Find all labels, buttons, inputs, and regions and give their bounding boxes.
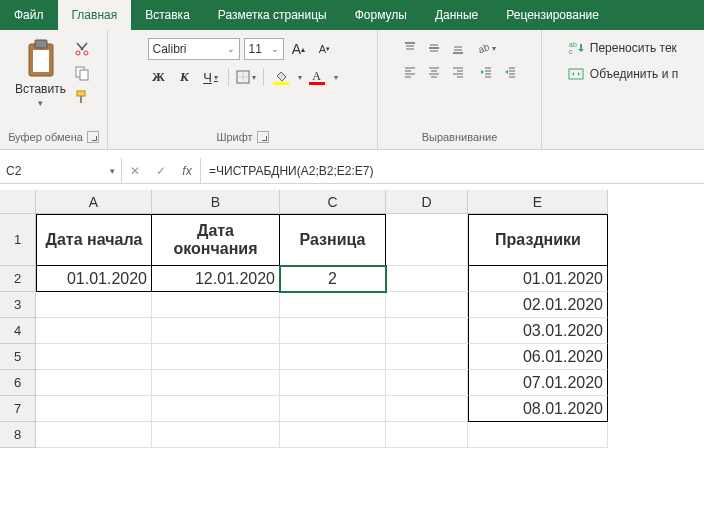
tab-home[interactable]: Главная (58, 0, 132, 30)
underline-button[interactable]: Ч▾ (200, 66, 222, 88)
cell-C1[interactable]: Разница (280, 214, 386, 266)
cell-D8[interactable] (386, 422, 468, 448)
clipboard-group-label: Буфер обмена (8, 129, 99, 145)
col-header-A[interactable]: A (36, 190, 152, 214)
tab-insert[interactable]: Вставка (131, 0, 204, 30)
row-header-3[interactable]: 3 (0, 292, 36, 318)
row-header-5[interactable]: 5 (0, 344, 36, 370)
fill-color-dropdown[interactable]: ▾ (296, 73, 302, 82)
cell-C3[interactable] (280, 292, 386, 318)
align-bottom-button[interactable] (447, 38, 469, 58)
tab-pagelayout[interactable]: Разметка страницы (204, 0, 341, 30)
tab-file[interactable]: Файл (0, 0, 58, 30)
cell-E5[interactable]: 06.01.2020 (468, 344, 608, 370)
merge-button[interactable]: Объединить и п (564, 64, 682, 84)
cell-B1[interactable]: Дата окончания (152, 214, 280, 266)
copy-button[interactable] (72, 64, 92, 82)
cell-D6[interactable] (386, 370, 468, 396)
tab-review[interactable]: Рецензирование (492, 0, 613, 30)
tab-formulas[interactable]: Формулы (341, 0, 421, 30)
cell-E3[interactable]: 02.01.2020 (468, 292, 608, 318)
cell-A7[interactable] (36, 396, 152, 422)
cell-A6[interactable] (36, 370, 152, 396)
row-header-4[interactable]: 4 (0, 318, 36, 344)
cell-B7[interactable] (152, 396, 280, 422)
cell-B3[interactable] (152, 292, 280, 318)
col-header-D[interactable]: D (386, 190, 468, 214)
cell-D2[interactable] (386, 266, 468, 292)
align-left-button[interactable] (399, 62, 421, 82)
cell-D5[interactable] (386, 344, 468, 370)
row-header-8[interactable]: 8 (0, 422, 36, 448)
row-header-1[interactable]: 1 (0, 214, 36, 266)
align-center-button[interactable] (423, 62, 445, 82)
svg-rect-8 (80, 96, 82, 103)
cell-E7[interactable]: 08.01.2020 (468, 396, 608, 422)
italic-button[interactable]: К (174, 66, 196, 88)
cell-C2[interactable]: 2 (280, 266, 386, 292)
paste-button[interactable]: Вставить ▾ (15, 38, 66, 108)
font-color-dropdown[interactable]: ▾ (332, 73, 338, 82)
bold-button[interactable]: Ж (148, 66, 170, 88)
cell-E1[interactable]: Праздники (468, 214, 608, 266)
formula-input[interactable]: =ЧИСТРАБДНИ(A2;B2;E2:E7) (201, 158, 704, 183)
orientation-button[interactable]: ab▾ (475, 38, 497, 58)
cancel-formula-button[interactable]: ✕ (122, 164, 148, 178)
col-header-C[interactable]: C (280, 190, 386, 214)
cell-A1[interactable]: Дата начала (36, 214, 152, 266)
cut-button[interactable] (72, 40, 92, 58)
cell-A8[interactable] (36, 422, 152, 448)
align-top-button[interactable] (399, 38, 421, 58)
align-right-button[interactable] (447, 62, 469, 82)
row-header-7[interactable]: 7 (0, 396, 36, 422)
row-header-6[interactable]: 6 (0, 370, 36, 396)
cell-A3[interactable] (36, 292, 152, 318)
shrink-font-button[interactable]: A▾ (314, 38, 336, 60)
cell-B8[interactable] (152, 422, 280, 448)
increase-indent-button[interactable] (499, 62, 521, 82)
app-tabs: Файл Главная Вставка Разметка страницы Ф… (0, 0, 704, 30)
decrease-indent-button[interactable] (475, 62, 497, 82)
cell-C7[interactable] (280, 396, 386, 422)
cell-C8[interactable] (280, 422, 386, 448)
row-header-2[interactable]: 2 (0, 266, 36, 292)
cell-D4[interactable] (386, 318, 468, 344)
fill-color-button[interactable] (270, 70, 292, 85)
accept-formula-button[interactable]: ✓ (148, 164, 174, 178)
cell-E2[interactable]: 01.01.2020 (468, 266, 608, 292)
col-header-E[interactable]: E (468, 190, 608, 214)
align-middle-button[interactable] (423, 38, 445, 58)
svg-text:c: c (569, 48, 573, 55)
fx-button[interactable]: fx (174, 164, 200, 178)
cell-C4[interactable] (280, 318, 386, 344)
scissors-icon (74, 41, 90, 57)
tab-data[interactable]: Данные (421, 0, 492, 30)
select-all-corner[interactable] (0, 190, 36, 214)
font-dialog-launcher[interactable] (257, 131, 269, 143)
cell-B4[interactable] (152, 318, 280, 344)
cell-D7[interactable] (386, 396, 468, 422)
cell-E8[interactable] (468, 422, 608, 448)
grow-font-button[interactable]: A▴ (288, 38, 310, 60)
clipboard-dialog-launcher[interactable] (87, 131, 99, 143)
cell-D1[interactable] (386, 214, 468, 266)
cell-A2[interactable]: 01.01.2020 (36, 266, 152, 292)
wrap-text-button[interactable]: ab c Переносить тек (564, 38, 682, 58)
cell-A4[interactable] (36, 318, 152, 344)
cell-C5[interactable] (280, 344, 386, 370)
cell-B2[interactable]: 12.01.2020 (152, 266, 280, 292)
cell-B6[interactable] (152, 370, 280, 396)
cell-C6[interactable] (280, 370, 386, 396)
cell-E4[interactable]: 03.01.2020 (468, 318, 608, 344)
col-header-B[interactable]: B (152, 190, 280, 214)
borders-button[interactable]: ▾ (235, 66, 257, 88)
font-color-button[interactable]: А (306, 70, 328, 85)
font-size-select[interactable]: 11⌄ (244, 38, 284, 60)
font-name-select[interactable]: Calibri⌄ (148, 38, 240, 60)
name-box[interactable]: C2 ▾ (0, 158, 122, 183)
cell-A5[interactable] (36, 344, 152, 370)
cell-D3[interactable] (386, 292, 468, 318)
cell-E6[interactable]: 07.01.2020 (468, 370, 608, 396)
cell-B5[interactable] (152, 344, 280, 370)
format-painter-button[interactable] (72, 88, 92, 106)
